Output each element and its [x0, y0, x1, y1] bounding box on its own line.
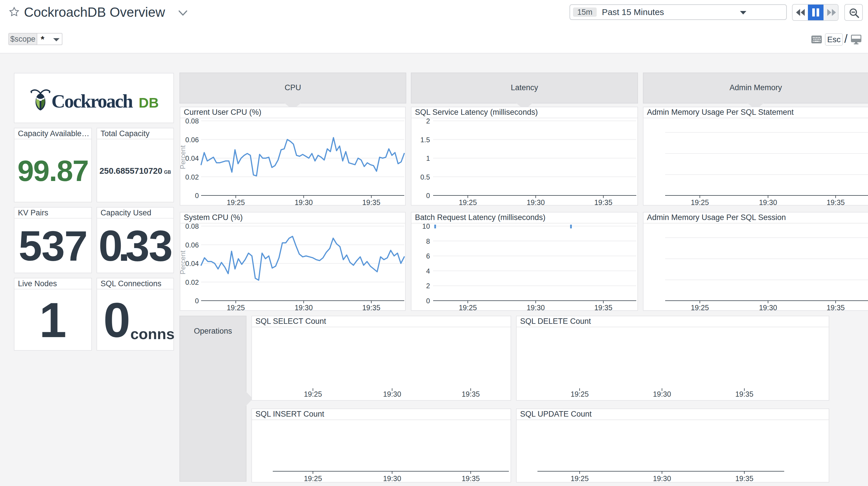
- svg-text:19:25: 19:25: [459, 198, 477, 205]
- svg-text:19:35: 19:35: [362, 304, 380, 310]
- svg-text:19:30: 19:30: [295, 198, 313, 205]
- svg-text:19:35: 19:35: [827, 304, 845, 310]
- svg-text:19:35: 19:35: [735, 475, 753, 482]
- svg-text:0: 0: [195, 297, 199, 305]
- svg-text:1.5: 1.5: [421, 136, 430, 144]
- svg-text:19:25: 19:25: [571, 390, 589, 398]
- svg-text:Cockroach: Cockroach: [52, 90, 133, 112]
- svg-text:19:30: 19:30: [759, 304, 777, 310]
- svg-text:19:30: 19:30: [653, 390, 671, 398]
- svg-text:19:35: 19:35: [362, 198, 380, 205]
- svg-text:0.02: 0.02: [185, 279, 199, 286]
- svg-text:0.5: 0.5: [421, 173, 430, 181]
- svg-text:19:25: 19:25: [691, 304, 709, 310]
- svg-text:6: 6: [426, 252, 430, 260]
- svg-text:19:35: 19:35: [594, 304, 613, 310]
- svg-text:0: 0: [195, 192, 199, 199]
- svg-text:19:25: 19:25: [227, 198, 245, 205]
- svg-text:0.06: 0.06: [185, 241, 199, 249]
- svg-text:19:35: 19:35: [827, 198, 845, 205]
- svg-text:19:25: 19:25: [459, 304, 477, 310]
- svg-text:2: 2: [426, 282, 430, 290]
- svg-text:19:30: 19:30: [653, 475, 671, 482]
- svg-text:0.02: 0.02: [185, 173, 199, 181]
- svg-text:19:35: 19:35: [735, 390, 753, 398]
- svg-text:19:30: 19:30: [759, 198, 777, 205]
- svg-text:0.04: 0.04: [185, 154, 199, 162]
- svg-text:19:35: 19:35: [594, 198, 613, 205]
- svg-text:0.08: 0.08: [185, 222, 199, 230]
- svg-text:8: 8: [426, 237, 430, 245]
- svg-text:0.08: 0.08: [185, 117, 199, 125]
- svg-text:0.04: 0.04: [185, 260, 199, 267]
- svg-text:19:25: 19:25: [304, 475, 322, 482]
- svg-text:2: 2: [426, 117, 430, 125]
- svg-text:19:25: 19:25: [571, 475, 589, 482]
- svg-text:DB: DB: [139, 95, 159, 110]
- svg-text:19:30: 19:30: [383, 475, 401, 482]
- svg-text:0: 0: [426, 297, 430, 305]
- svg-text:19:30: 19:30: [383, 390, 401, 398]
- svg-text:10: 10: [422, 222, 430, 230]
- svg-text:0: 0: [426, 192, 430, 199]
- svg-text:19:25: 19:25: [227, 304, 245, 310]
- svg-text:0.06: 0.06: [185, 136, 199, 144]
- svg-text:19:30: 19:30: [527, 198, 545, 205]
- svg-text:4: 4: [426, 267, 430, 275]
- svg-text:19:25: 19:25: [304, 390, 322, 398]
- svg-text:1: 1: [426, 154, 430, 162]
- svg-text:19:35: 19:35: [462, 475, 480, 482]
- svg-text:19:30: 19:30: [527, 304, 545, 310]
- svg-text:19:35: 19:35: [462, 390, 480, 398]
- svg-text:19:25: 19:25: [691, 198, 709, 205]
- svg-text:19:30: 19:30: [295, 304, 313, 310]
